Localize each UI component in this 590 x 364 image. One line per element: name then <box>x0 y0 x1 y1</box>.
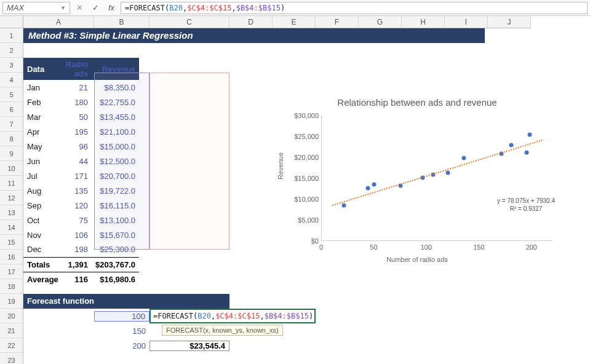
row-header-13[interactable]: 13 <box>0 205 23 220</box>
formula-input[interactable]: =FORECAST(B20,$C$4:$C$15,$B$4:$B$15) <box>121 2 588 14</box>
cell-ads[interactable]: 1,391 <box>62 257 92 272</box>
forecast-result-2[interactable]: $23,545.4 <box>149 341 229 351</box>
cell-ads[interactable]: 120 <box>62 198 92 213</box>
cell-ads[interactable]: 198 <box>62 242 92 257</box>
formula-text: =FORECAST(B20,$C$4:$C$15,$B$4:$B$15) <box>125 4 285 12</box>
data-point <box>372 182 377 186</box>
data-point <box>461 156 466 160</box>
cell-ads[interactable]: 44 <box>62 154 92 168</box>
col-header-B[interactable]: B <box>94 16 149 28</box>
cell-ads[interactable]: 75 <box>62 213 92 228</box>
x-tick: 50 <box>364 243 383 251</box>
forecast-input-1[interactable]: 150 <box>94 326 149 336</box>
cell-ads[interactable]: 171 <box>62 168 92 183</box>
row-header-17[interactable]: 17 <box>0 264 23 279</box>
hdr-ads[interactable]: Radio ads <box>62 58 92 80</box>
col-header-H[interactable]: H <box>402 16 445 28</box>
x-tick: 150 <box>469 243 488 251</box>
cell-rev[interactable]: $16,980.6 <box>92 272 139 287</box>
chevron-down-icon: ▼ <box>60 5 66 11</box>
cell-month[interactable]: Jul <box>23 168 62 183</box>
col-header-J[interactable]: J <box>488 16 531 28</box>
cell-label[interactable]: Totals <box>23 257 62 272</box>
cell-month[interactable]: Aug <box>23 183 62 198</box>
table-row-average[interactable]: Average 116 $16,980.6 <box>23 272 139 287</box>
row-header-19[interactable]: 19 <box>0 294 23 309</box>
forecast-header: Forecast function <box>23 294 229 309</box>
cell-label[interactable]: Average <box>23 272 62 287</box>
cell-rev[interactable]: $203,767.0 <box>92 257 139 272</box>
col-header-F[interactable]: F <box>316 16 359 28</box>
table-row-totals[interactable]: Totals 1,391 $203,767.0 <box>23 257 139 272</box>
cell-month[interactable]: Sep <box>23 198 62 213</box>
fx-icon[interactable]: fx <box>105 2 118 14</box>
cell-ads[interactable]: 195 <box>62 124 92 139</box>
data-point <box>528 132 532 136</box>
cell-month[interactable]: Mar <box>23 109 62 124</box>
row-header-2[interactable]: 2 <box>0 43 23 58</box>
row-header-6[interactable]: 6 <box>0 102 23 117</box>
row-header-4[interactable]: 4 <box>0 73 23 87</box>
row-header-1[interactable]: 1 <box>0 28 23 43</box>
row-header-9[interactable]: 9 <box>0 146 23 161</box>
cell-month[interactable]: Oct <box>23 213 62 228</box>
cancel-formula-button[interactable]: ✕ <box>73 2 86 14</box>
cell-ads[interactable]: 106 <box>62 228 92 242</box>
forecast-input-0[interactable]: 100 <box>94 311 149 322</box>
row-header-15[interactable]: 15 <box>0 235 23 250</box>
row-header-18[interactable]: 18 <box>0 279 23 294</box>
row-header-11[interactable]: 11 <box>0 176 23 191</box>
column-headers: ABCDEFGHIJ <box>23 16 531 28</box>
cell-month[interactable]: Feb <box>23 95 62 109</box>
cell-month[interactable]: Jun <box>23 154 62 168</box>
cell-ads[interactable]: 116 <box>62 272 92 287</box>
selection-range-b <box>94 73 149 250</box>
cell-ads[interactable]: 21 <box>62 80 92 95</box>
data-point <box>341 204 346 208</box>
cell-month[interactable]: Jan <box>23 80 62 95</box>
cell-month[interactable]: Apr <box>23 124 62 139</box>
x-tick: 0 <box>312 243 330 251</box>
row-headers: 1234567891011121314151617181920212223 <box>0 28 23 364</box>
col-header-A[interactable]: A <box>23 16 94 28</box>
row-header-5[interactable]: 5 <box>0 87 23 102</box>
cell-ads[interactable]: 180 <box>62 95 92 109</box>
row-header-8[interactable]: 8 <box>0 132 23 146</box>
hdr-month[interactable]: Data <box>23 58 62 80</box>
forecast-input-2[interactable]: 200 <box>94 341 149 350</box>
y-tick: $10,000 <box>294 196 319 203</box>
row-header-12[interactable]: 12 <box>0 191 23 205</box>
name-box[interactable]: MAX ▼ <box>2 2 70 14</box>
cell-month[interactable]: Nov <box>23 228 62 242</box>
col-header-C[interactable]: C <box>149 16 229 28</box>
cell-ads[interactable]: 96 <box>62 139 92 154</box>
row-header-21[interactable]: 21 <box>0 323 23 338</box>
plot-area <box>321 116 552 241</box>
row-header-23[interactable]: 23 <box>0 353 23 364</box>
x-tick: 200 <box>522 243 541 251</box>
scatter-chart[interactable]: Relationship between ads and revenue Rev… <box>269 93 565 274</box>
row-header-7[interactable]: 7 <box>0 117 23 132</box>
col-header-D[interactable]: D <box>229 16 273 28</box>
y-tick: $25,000 <box>294 133 319 140</box>
cell-month[interactable]: May <box>23 139 62 154</box>
cell-month[interactable]: Dec <box>23 242 62 257</box>
formula-bar: MAX ▼ ✕ ✓ fx =FORECAST(B20,$C$4:$C$15,$B… <box>0 0 590 16</box>
col-header-G[interactable]: G <box>359 16 402 28</box>
cell-ads[interactable]: 135 <box>62 183 92 198</box>
row-header-16[interactable]: 16 <box>0 250 23 264</box>
accept-formula-button[interactable]: ✓ <box>89 2 102 14</box>
row-header-20[interactable]: 20 <box>0 309 23 323</box>
col-header-I[interactable]: I <box>445 16 488 28</box>
select-all-corner[interactable] <box>0 16 23 28</box>
row-header-14[interactable]: 14 <box>0 220 23 235</box>
trendline-equation: y = 78.075x + 7930.4 R² = 0.9327 <box>497 197 555 213</box>
cell-ads[interactable]: 50 <box>62 109 92 124</box>
row-header-10[interactable]: 10 <box>0 161 23 176</box>
row-header-22[interactable]: 22 <box>0 338 23 353</box>
active-cell-editor[interactable]: =FORECAST(B20,$C$4:$C$15,$B$4:$B$15) <box>149 309 316 323</box>
y-tick: $20,000 <box>294 154 319 161</box>
col-header-E[interactable]: E <box>273 16 316 28</box>
data-point <box>525 150 529 154</box>
row-header-3[interactable]: 3 <box>0 58 23 73</box>
